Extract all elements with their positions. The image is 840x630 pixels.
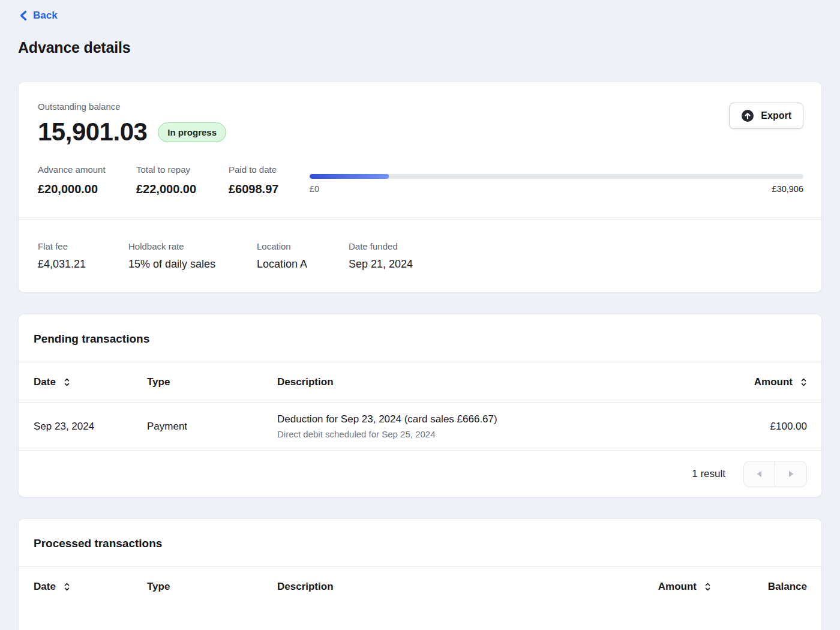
detail-date-funded: Date funded Sep 21, 2024 xyxy=(349,241,413,271)
column-label: Amount xyxy=(754,376,793,388)
pending-table-header: Date Type Description Amount xyxy=(19,362,821,402)
processed-table-body xyxy=(19,607,821,630)
processed-transactions-title: Processed transactions xyxy=(34,537,806,550)
column-header-description: Description xyxy=(277,376,705,388)
cell-description: Deduction for Sep 23, 2024 (card sales £… xyxy=(277,413,705,439)
outstanding-balance-value: 15,901.03 xyxy=(38,118,147,146)
stat-value: £22,000.00 xyxy=(136,182,229,196)
result-count: 1 result xyxy=(692,468,725,480)
detail-value: Sep 21, 2024 xyxy=(349,258,413,271)
column-label: Description xyxy=(277,376,334,388)
column-header-balance: Balance xyxy=(711,581,807,593)
export-label: Export xyxy=(761,110,791,121)
stat-value: £20,000.00 xyxy=(38,182,136,196)
detail-flat-fee: Flat fee £4,031.21 xyxy=(38,241,128,271)
back-link[interactable]: Back xyxy=(19,10,58,22)
column-label: Amount xyxy=(658,581,697,593)
column-header-amount[interactable]: Amount xyxy=(609,581,711,593)
detail-value: Location A xyxy=(257,258,349,271)
cell-amount: £100.00 xyxy=(705,421,807,433)
detail-location: Location Location A xyxy=(257,241,349,271)
progress-max-label: £30,906 xyxy=(772,184,803,194)
outstanding-balance-label: Outstanding balance xyxy=(38,101,226,112)
export-button[interactable]: Export xyxy=(729,103,803,129)
circle-arrow-up-icon xyxy=(741,109,754,122)
sort-icon xyxy=(800,377,807,388)
stat-label: Advance amount xyxy=(38,164,136,175)
advance-summary-card: Outstanding balance 15,901.03 In progres… xyxy=(18,82,822,293)
processed-transactions-card: Processed transactions Date Type Descrip… xyxy=(18,518,822,630)
cell-date: Sep 23, 2024 xyxy=(34,421,147,433)
detail-value: 15% of daily sales xyxy=(128,258,257,271)
pending-transactions-card: Pending transactions Date Type Descripti… xyxy=(18,314,822,497)
chevron-left-icon xyxy=(19,10,27,21)
status-badge: In progress xyxy=(158,122,226,142)
triangle-left-icon xyxy=(756,470,763,478)
detail-label: Location xyxy=(257,241,349,251)
column-header-date[interactable]: Date xyxy=(34,376,147,388)
progress-min-label: £0 xyxy=(310,184,319,194)
stat-value: £6098.97 xyxy=(229,182,310,196)
column-label: Balance xyxy=(768,581,807,593)
detail-label: Flat fee xyxy=(38,241,128,251)
previous-page-button[interactable] xyxy=(744,461,775,487)
triangle-right-icon xyxy=(788,470,794,478)
processed-table-header: Date Type Description Amount Balance xyxy=(19,566,821,607)
column-header-amount[interactable]: Amount xyxy=(705,376,807,388)
column-label: Description xyxy=(277,581,334,593)
column-header-type: Type xyxy=(147,581,277,593)
detail-holdback-rate: Holdback rate 15% of daily sales xyxy=(128,241,257,271)
pending-table-footer: 1 result xyxy=(19,450,821,497)
description-sub: Direct debit scheduled for Sep 25, 2024 xyxy=(277,429,705,439)
table-row: Sep 23, 2024 Payment Deduction for Sep 2… xyxy=(19,402,821,450)
detail-label: Date funded xyxy=(349,241,413,251)
progress-track xyxy=(310,174,803,179)
column-label: Date xyxy=(34,376,56,388)
outstanding-balance-block: Outstanding balance 15,901.03 In progres… xyxy=(38,101,226,146)
progress-fill xyxy=(310,174,389,179)
next-page-button[interactable] xyxy=(775,461,806,487)
stat-advance-amount: Advance amount £20,000.00 xyxy=(38,164,136,196)
sort-icon xyxy=(704,581,711,592)
column-label: Type xyxy=(147,376,170,388)
detail-value: £4,031.21 xyxy=(38,258,128,271)
stat-total-to-repay: Total to repay £22,000.00 xyxy=(136,164,229,196)
description-main: Deduction for Sep 23, 2024 (card sales £… xyxy=(277,413,705,425)
pagination xyxy=(743,461,807,487)
repayment-progress: £0 £30,906 xyxy=(310,164,803,194)
column-header-date[interactable]: Date xyxy=(34,581,147,593)
column-header-type: Type xyxy=(147,376,277,388)
pending-transactions-title: Pending transactions xyxy=(34,332,806,346)
cell-type: Payment xyxy=(147,421,277,433)
detail-label: Holdback rate xyxy=(128,241,257,251)
column-label: Date xyxy=(34,581,56,593)
sort-icon xyxy=(64,581,70,592)
stat-label: Total to repay xyxy=(136,164,229,175)
back-label: Back xyxy=(33,10,58,22)
page: Back Advance details Outstanding balance… xyxy=(0,0,840,630)
column-header-description: Description xyxy=(277,581,609,593)
sort-icon xyxy=(64,377,70,388)
stat-label: Paid to date xyxy=(229,164,310,175)
column-label: Type xyxy=(147,581,170,593)
page-title: Advance details xyxy=(18,39,822,56)
stat-paid-to-date: Paid to date £6098.97 xyxy=(229,164,310,196)
